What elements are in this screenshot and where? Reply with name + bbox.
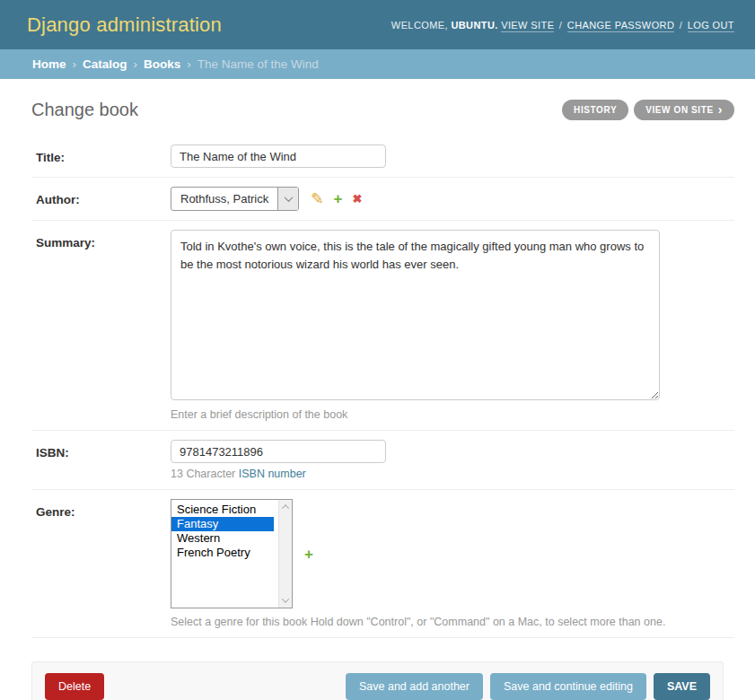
breadcrumb-separator: ›: [73, 57, 77, 71]
scroll-up-icon[interactable]: [282, 504, 289, 512]
view-site-link[interactable]: VIEW SITE: [501, 20, 554, 32]
breadcrumb-separator: ›: [134, 57, 138, 71]
form-row-author: Author: Rothfuss, Patrick ✎ + ✖: [31, 178, 734, 221]
log-out-link[interactable]: LOG OUT: [688, 20, 734, 32]
link-separator: /: [680, 20, 682, 31]
save-and-continue-editing-button[interactable]: Save and continue editing: [490, 673, 646, 700]
view-on-site-button[interactable]: VIEW ON SITE ›: [634, 100, 734, 120]
form-row-genre: Genre: Science Fiction Fantasy Western F…: [31, 490, 734, 638]
site-title[interactable]: Django administration: [27, 13, 222, 37]
summary-help-text: Enter a brief description of the book: [171, 408, 734, 421]
object-tools: HISTORY VIEW ON SITE ›: [562, 100, 734, 120]
form-row-isbn: ISBN: 13 Character ISBN number: [31, 431, 734, 490]
genre-option-western[interactable]: Western: [171, 531, 274, 546]
chevron-down-icon: [284, 193, 293, 202]
author-select[interactable]: Rothfuss, Patrick: [171, 187, 299, 211]
save-and-add-another-button[interactable]: Save and add another: [346, 673, 483, 700]
history-button-label: HISTORY: [574, 105, 617, 115]
genre-option-french-poetry[interactable]: French Poetry: [171, 546, 274, 560]
link-separator: /: [559, 20, 562, 31]
genre-option-science-fiction[interactable]: Science Fiction: [171, 503, 274, 517]
breadcrumb-home[interactable]: Home: [32, 57, 66, 71]
summary-textarea[interactable]: Told in Kvothe's own voice, this is the …: [171, 230, 660, 400]
edit-author-icon[interactable]: ✎: [311, 191, 323, 206]
title-input[interactable]: [171, 144, 386, 168]
genre-help-text: Select a genre for this book Hold down "…: [171, 616, 734, 628]
author-label: Author:: [36, 193, 80, 206]
isbn-help-prefix: 13 Character: [171, 468, 239, 480]
delete-button[interactable]: Delete: [45, 673, 104, 700]
add-genre-icon[interactable]: +: [304, 547, 313, 562]
isbn-help-text: 13 Character ISBN number: [171, 468, 734, 480]
user-tools: WELCOME, UBUNTU. VIEW SITE / CHANGE PASS…: [391, 20, 734, 31]
page-title: Change book: [31, 100, 138, 120]
breadcrumb: Home › Catalog › Books › The Name of the…: [0, 49, 755, 79]
scroll-down-icon[interactable]: [282, 595, 289, 602]
genre-multiselect[interactable]: Science Fiction Fantasy Western French P…: [171, 499, 293, 608]
username: UBUNTU.: [451, 20, 497, 31]
view-on-site-label: VIEW ON SITE: [645, 105, 714, 115]
title-label: Title:: [36, 151, 65, 164]
breadcrumb-separator: ›: [187, 57, 191, 71]
breadcrumb-catalog[interactable]: Catalog: [83, 57, 127, 71]
chevron-right-icon: ›: [718, 103, 723, 116]
select-dropdown-button[interactable]: [277, 188, 298, 210]
genre-option-fantasy[interactable]: Fantasy: [171, 517, 274, 531]
isbn-input[interactable]: [171, 440, 386, 463]
author-select-value: Rothfuss, Patrick: [171, 188, 277, 210]
multiselect-scrollbar[interactable]: [278, 500, 292, 608]
change-password-link[interactable]: CHANGE PASSWORD: [567, 20, 674, 32]
page-header-row: Change book HISTORY VIEW ON SITE ›: [31, 96, 734, 123]
form-row-summary: Summary: Told in Kvothe's own voice, thi…: [31, 221, 734, 431]
welcome-text: WELCOME,: [391, 20, 448, 31]
change-book-form: Title: Author: Rothfuss, Patrick: [31, 136, 734, 638]
submit-row: Delete Save and add another Save and con…: [31, 661, 724, 700]
add-author-icon[interactable]: +: [334, 191, 343, 206]
delete-author-icon[interactable]: ✖: [352, 193, 362, 205]
isbn-label: ISBN:: [36, 446, 69, 459]
save-button[interactable]: SAVE: [654, 673, 710, 700]
admin-header: Django administration WELCOME, UBUNTU. V…: [0, 0, 755, 49]
genre-label: Genre:: [36, 505, 75, 519]
history-button[interactable]: HISTORY: [562, 100, 628, 120]
summary-label: Summary:: [36, 236, 95, 249]
isbn-number-link[interactable]: ISBN number: [239, 468, 306, 480]
main-content: Change book HISTORY VIEW ON SITE › Title…: [0, 96, 755, 700]
breadcrumb-books[interactable]: Books: [144, 57, 180, 71]
breadcrumb-current: The Name of the Wind: [198, 57, 319, 71]
form-row-title: Title:: [31, 136, 734, 178]
